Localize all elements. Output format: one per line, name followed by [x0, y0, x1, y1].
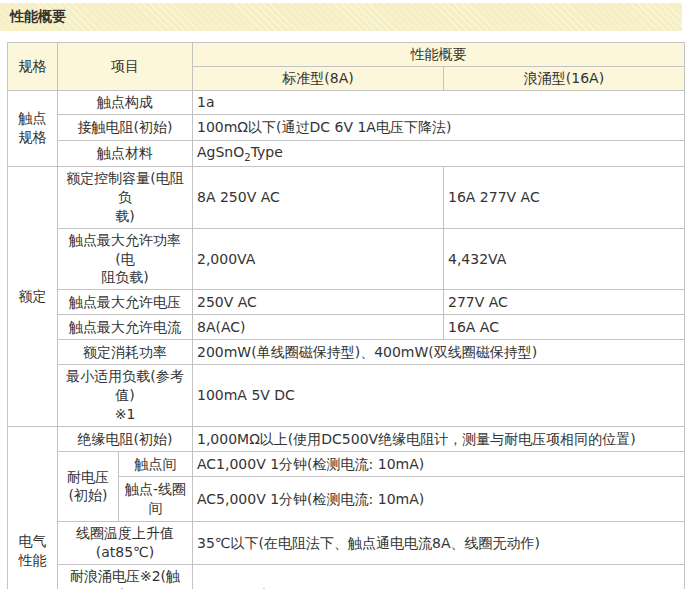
table-row: 最小适用负载(参考值) ※1 100mA 5V DC: [8, 365, 685, 427]
row-contact-material-value: AgSnO2Type: [193, 140, 685, 166]
row-contact-form-value: 1a: [193, 90, 685, 114]
table-row: 触点最大允许电流 8A(AC) 16A AC: [8, 315, 685, 340]
group-rated: 额定: [8, 166, 58, 426]
row-withstand-contacts-label: 触点间: [119, 451, 193, 476]
header-item: 项目: [58, 43, 193, 91]
row-power-consumption-label: 额定消耗功率: [58, 340, 193, 365]
row-max-current-label: 触点最大允许电流: [58, 315, 193, 340]
row-max-voltage-surge: 277V AC: [444, 290, 685, 315]
row-max-power-surge: 4,432VA: [444, 228, 685, 290]
row-max-power-standard: 2,000VA: [193, 228, 444, 290]
group-contact-specs: 触点 规格: [8, 90, 58, 166]
row-withstand-voltage-label: 耐电压 (初始): [58, 451, 119, 521]
row-withstand-coil-value: AC5,000V 1分钟(检测电流: 10mA): [193, 476, 685, 521]
row-rated-capacity-label: 额定控制容量(电阻负 载): [58, 166, 193, 228]
row-max-current-surge: 16A AC: [444, 315, 685, 340]
row-max-current-standard: 8A(AC): [193, 315, 444, 340]
row-insulation-value: 1,000MΩ以上(使用DC500V绝缘电阻计，测量与耐电压项相同的位置): [193, 426, 685, 451]
table-row: 触点最大允许功率(电 阻负载) 2,000VA 4,432VA: [8, 228, 685, 290]
row-max-voltage-label: 触点最大允许电压: [58, 290, 193, 315]
row-min-load-value: 100mA 5V DC: [193, 365, 685, 427]
table-row: 触点材料 AgSnO2Type: [8, 140, 685, 166]
row-contact-resistance-label: 接触电阻(初始): [58, 114, 193, 140]
row-contact-form-label: 触点构成: [58, 90, 193, 114]
row-surge-withstand-value: 12,000V(初始): [193, 564, 685, 589]
table-row: 线圈温度上升值 (at85℃) 35℃以下(在电阻法下、触点通电电流8A、线圈无…: [8, 521, 685, 564]
row-surge-withstand-label: 耐浪涌电压※2(触点- 线圈间): [58, 564, 193, 589]
row-insulation-label: 绝缘电阻(初始): [58, 426, 193, 451]
table-row: 耐浪涌电压※2(触点- 线圈间) 12,000V(初始): [8, 564, 685, 589]
row-withstand-coil-label: 触点-线圈 间: [119, 476, 193, 521]
header-standard-type: 标准型(8A): [193, 66, 444, 90]
table-row: 触点最大允许电压 250V AC 277V AC: [8, 290, 685, 315]
table-row: 接触电阻(初始) 100mΩ以下(通过DC 6V 1A电压下降法): [8, 114, 685, 140]
table-row: 电气 性能 绝缘电阻(初始) 1,000MΩ以上(使用DC500V绝缘电阻计，测…: [8, 426, 685, 451]
row-rated-capacity-surge: 16A 277V AC: [444, 166, 685, 228]
group-electrical: 电气 性能: [8, 426, 58, 589]
row-rated-capacity-standard: 8A 250V AC: [193, 166, 444, 228]
header-row-1: 规格 项目 性能概要: [8, 43, 685, 67]
page-title: 性能概要: [10, 8, 66, 26]
performance-spec-table: 规格 项目 性能概要 标准型(8A) 浪涌型(16A) 触点 规格 触点构成 1…: [7, 42, 685, 589]
row-power-consumption-value: 200mW(单线圈磁保持型)、400mW(双线圈磁保持型): [193, 340, 685, 365]
row-coil-temp-value: 35℃以下(在电阻法下、触点通电电流8A、线圈无动作): [193, 521, 685, 564]
header-spec: 规格: [8, 43, 58, 91]
row-contact-material-label: 触点材料: [58, 140, 193, 166]
row-max-power-label: 触点最大允许功率(电 阻负载): [58, 228, 193, 290]
table-row: 额定 额定控制容量(电阻负 载) 8A 250V AC 16A 277V AC: [8, 166, 685, 228]
row-withstand-contacts-value: AC1,000V 1分钟(检测电流: 10mA): [193, 451, 685, 476]
spec-page: 性能概要 规格 项目 性能概要 标准型(8A) 浪涌型(16A) 触点 规格 触…: [0, 0, 691, 589]
table-row: 额定消耗功率 200mW(单线圈磁保持型)、400mW(双线圈磁保持型): [8, 340, 685, 365]
header-performance: 性能概要: [193, 43, 685, 67]
header-surge-type: 浪涌型(16A): [444, 66, 685, 90]
row-max-voltage-standard: 250V AC: [193, 290, 444, 315]
row-min-load-label: 最小适用负载(参考值) ※1: [58, 365, 193, 427]
row-coil-temp-label: 线圈温度上升值 (at85℃): [58, 521, 193, 564]
table-row: 触点 规格 触点构成 1a: [8, 90, 685, 114]
row-contact-resistance-value: 100mΩ以下(通过DC 6V 1A电压下降法): [193, 114, 685, 140]
section-title-bar: 性能概要: [0, 3, 682, 31]
table-row: 耐电压 (初始) 触点间 AC1,000V 1分钟(检测电流: 10mA): [8, 451, 685, 476]
